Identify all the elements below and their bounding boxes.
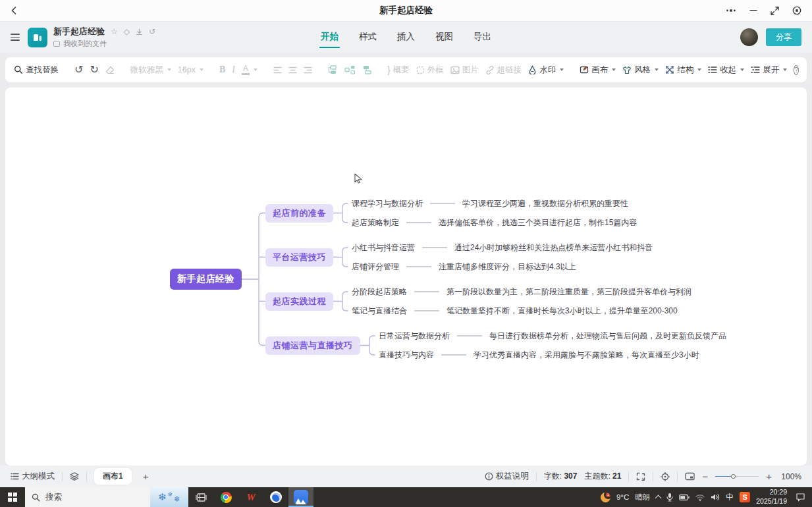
network-icon[interactable] — [695, 494, 705, 501]
zoom-slider[interactable] — [715, 476, 759, 477]
topic-desc-connector — [457, 336, 482, 336]
mindmap-desc[interactable]: 第一阶段以数量为主，第二阶段注重质量，第三阶段提升客单价与利润 — [447, 286, 691, 298]
undo-icon[interactable]: ↺ — [74, 65, 83, 75]
watermark-button[interactable]: 水印 — [528, 65, 564, 76]
tray-expand-icon[interactable] — [655, 495, 662, 502]
mindmap-app-icon[interactable] — [288, 487, 313, 507]
insert-sibling-topic-icon[interactable] — [328, 65, 338, 74]
mindmap-topic[interactable]: 店铺评分管理 — [352, 261, 399, 273]
mindmap-topic[interactable]: 笔记与直播结合 — [352, 306, 407, 317]
browser-app-icon[interactable] — [263, 487, 288, 507]
ime-indicator[interactable]: 中 — [726, 492, 734, 503]
microphone-icon[interactable] — [666, 493, 673, 502]
clock[interactable]: 20:29 2025/1/19 — [756, 488, 787, 506]
redo-icon[interactable]: ↻ — [90, 65, 98, 75]
align-left-icon[interactable] — [273, 67, 282, 74]
search-placeholder: 搜索 — [45, 492, 62, 503]
mindmap-topic[interactable]: 小红书与抖音运营 — [352, 242, 415, 254]
zoom-in-button[interactable]: + — [766, 471, 772, 481]
help-icon[interactable]: ? — [794, 65, 799, 75]
chrome-icon[interactable] — [213, 487, 238, 507]
rights-info-button[interactable]: 权益说明 — [485, 471, 529, 482]
bold-button[interactable]: B — [219, 65, 225, 75]
notification-badge: 1 — [606, 493, 610, 497]
summary-button[interactable]: }概要 — [387, 65, 410, 76]
sogou-icon[interactable]: S — [740, 492, 750, 502]
mindmap-desc[interactable]: 学习课程至少两遍，重视数据分析积累的重要性 — [462, 198, 628, 209]
tab-style[interactable]: 样式 — [358, 27, 378, 48]
structure-button[interactable]: 结构 — [665, 65, 701, 76]
mindmap-branch-node[interactable]: 平台运营技巧 — [265, 248, 333, 267]
windows-taskbar: 搜索 ❄ ❄ ❄ W 1 9°C 晴朗 中 S — [0, 487, 812, 507]
mindmap-desc[interactable]: 选择偏低客单价，挑选三个类目进行起店，制作15篇内容 — [439, 217, 637, 228]
zoom-out-button[interactable]: − — [702, 471, 708, 481]
tab-start[interactable]: 开始 — [319, 27, 340, 48]
align-right-icon[interactable] — [304, 67, 312, 74]
user-avatar[interactable] — [740, 28, 758, 46]
weather-widget[interactable]: ❄ ❄ ❄ — [150, 487, 188, 507]
maximize-icon[interactable] — [771, 7, 779, 15]
mindmap-desc[interactable]: 学习优秀直播内容，采用露脸与不露脸策略，每次直播至少3小时 — [474, 350, 699, 361]
image-button[interactable]: 图片 — [450, 65, 479, 76]
locate-center-icon[interactable] — [661, 472, 670, 481]
mindmap-desc[interactable]: 笔记数量坚持不断，直播时长每次3小时以上，提升单量至200-300 — [447, 306, 678, 317]
tab-insert[interactable]: 插入 — [396, 27, 416, 48]
battery-icon[interactable] — [679, 494, 690, 500]
more-options-icon[interactable] — [726, 8, 736, 13]
notification-center-icon[interactable] — [796, 493, 805, 502]
mindmap-topic[interactable]: 直播技巧与内容 — [379, 350, 434, 361]
mindmap-topic[interactable]: 起店策略制定 — [352, 217, 399, 228]
task-view-icon[interactable] — [188, 487, 213, 507]
volume-icon[interactable] — [711, 493, 720, 501]
canvas-tab-1[interactable]: 画布1 — [94, 468, 132, 485]
zoom-slider-knob[interactable] — [731, 474, 736, 479]
minimap-icon[interactable] — [685, 472, 695, 481]
style-button[interactable]: 风格 — [622, 65, 659, 76]
weather-text[interactable]: 晴朗 — [635, 493, 650, 502]
canvas-button[interactable]: 画布 — [580, 65, 616, 76]
tab-view[interactable]: 视图 — [434, 27, 454, 48]
mindmap-topic[interactable]: 课程学习与数据分析 — [352, 198, 423, 209]
mindmap-branch-node[interactable]: 起店实践过程 — [265, 292, 333, 311]
insert-parent-topic-icon[interactable] — [362, 65, 371, 74]
mindmap-desc[interactable]: 注重店铺多维度评分，目标达到4.3以上 — [439, 261, 576, 273]
frame-button[interactable]: 外框 — [416, 65, 444, 76]
close-record-icon[interactable] — [792, 6, 801, 15]
mindmap-branch-node[interactable]: 店铺运营与直播技巧 — [265, 336, 360, 355]
mindmap-branch-node[interactable]: 起店前的准备 — [265, 204, 333, 223]
mindmap-topic[interactable]: 日常运营与数据分析 — [379, 331, 450, 342]
collapse-button[interactable]: 收起 — [708, 65, 744, 76]
font-family-select[interactable]: 微软雅黑 — [130, 65, 171, 76]
font-color-button[interactable]: A — [242, 65, 257, 75]
tab-export[interactable]: 导出 — [472, 27, 493, 48]
canvas[interactable]: 新手起店经验起店前的准备平台运营技巧起店实践过程店铺运营与直播技巧课程学习与数据… — [5, 88, 807, 466]
font-size-select[interactable]: 16px — [178, 65, 203, 74]
hyperlink-button[interactable]: 超链接 — [485, 65, 522, 76]
layers-icon[interactable] — [70, 472, 79, 481]
taskbar-search-input[interactable]: 搜索 — [25, 487, 150, 507]
chevron-down-icon — [655, 68, 659, 71]
mindmap-topic[interactable]: 分阶段起店策略 — [352, 286, 407, 298]
chevron-down-icon — [560, 68, 564, 71]
mindmap-root-node[interactable]: 新手起店经验 — [170, 269, 242, 290]
mindmap-desc[interactable]: 通过24小时加够粉丝和关注热点榜单来运营小红书和抖音 — [454, 242, 653, 254]
temperature[interactable]: 9°C — [616, 493, 629, 501]
format-painter-icon[interactable] — [105, 66, 115, 74]
share-button[interactable]: 分享 — [766, 28, 801, 46]
mindmap-leaf-row: 小红书与抖音运营通过24小时加够粉丝和关注热点榜单来运营小红书和抖音 — [352, 242, 653, 254]
insert-child-topic-icon[interactable] — [344, 65, 355, 74]
outline-mode-button[interactable]: 大纲模式 — [11, 471, 55, 482]
search-icon — [32, 493, 40, 502]
wps-icon[interactable]: W — [238, 487, 263, 507]
italic-button[interactable]: I — [232, 65, 235, 75]
weather-tray-icon[interactable]: 1 — [601, 493, 610, 502]
topic-desc-connector — [422, 248, 447, 248]
expand-button[interactable]: 展开 — [751, 65, 787, 76]
mindmap-desc[interactable]: 每日进行数据榜单分析，处理物流与售后问题，及时更新负反馈产品 — [489, 331, 726, 342]
add-canvas-button[interactable]: + — [143, 471, 149, 481]
align-center-icon[interactable] — [288, 67, 297, 74]
find-replace-button[interactable]: 查找替换 — [14, 65, 59, 76]
minimize-icon[interactable] — [749, 7, 757, 14]
start-button[interactable] — [0, 487, 25, 507]
fit-screen-icon[interactable] — [636, 472, 645, 481]
